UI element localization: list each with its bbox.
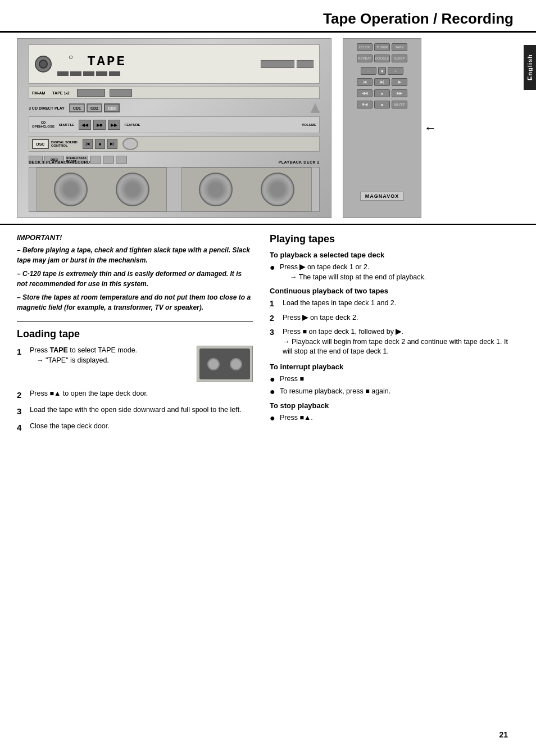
english-tab: English [524, 45, 536, 90]
right-column: Playing tapes To playback a selected tap… [270, 233, 519, 438]
arrow-indicator: ← [424, 38, 437, 218]
continuous-note: Playback will begin from tape deck 2 and… [283, 337, 519, 357]
continuous-step-1: 1 Load the tapes in tape deck 1 and 2. [270, 298, 519, 310]
deck-labels: DECK 1 PLAYBACK•RECORD PLAYBACK DECK 2 [29, 160, 320, 164]
loading-tape-heading: Loading tape [17, 328, 253, 340]
divider-1 [17, 321, 253, 322]
stop-playback-list: ● Press ■▲. [270, 413, 519, 423]
device-tape-label: ○ TAPE [69, 52, 126, 70]
remote-row-2: REPEAT DOUBLE SLEEP [357, 55, 407, 62]
interrupt-item-1: ● Press ■ [270, 374, 519, 384]
remote-brand: MAGNAVOX [360, 192, 404, 201]
remote-row-3: − ■ + [361, 67, 403, 75]
playback-selected-heading: To playback a selected tape deck [270, 251, 519, 259]
page-header: Tape Operation / Recording [0, 0, 536, 33]
device-display: ○ TAPE [29, 44, 320, 84]
device-illustration: ○ TAPE FM-A [17, 38, 331, 218]
tab-label: English [526, 55, 533, 81]
content-area: IMPORTANT! – Before playing a tape, chec… [0, 225, 536, 446]
page-title: Tape Operation / Recording [323, 10, 514, 28]
interrupt-playback-list: ● Press ■ ● To resume playback, press ■ … [270, 374, 519, 397]
important-item-3: – Store the tapes at room temperature an… [17, 292, 253, 313]
remote-illustration: CD 100 TUNER TAPE REPEAT DOUBLE SLEEP − … [343, 38, 421, 218]
stop-playback-heading: To stop playback [270, 401, 519, 410]
playing-tapes-heading: Playing tapes [270, 233, 519, 245]
loading-step-2: 2 Press ■▲ to open the tape deck door. [17, 389, 253, 401]
interrupt-playback-heading: To interrupt playback [270, 363, 519, 371]
important-title: IMPORTANT! [17, 233, 253, 242]
tape-reel-3 [199, 173, 233, 206]
remote-row-6: ■◀ ■ MUTE [357, 101, 407, 108]
important-text: – Before playing a tape, check and tight… [17, 245, 253, 313]
loading-step-3: 3 Load the tape with the open side downw… [17, 405, 253, 417]
tape-reel-4 [261, 173, 294, 206]
continuous-step-3: 3 Press ■ on tape deck 1, followed by ▶.… [270, 327, 519, 357]
tape-reel-2 [116, 173, 149, 206]
continuous-playback-list: 1 Load the tapes in tape deck 1 and 2. 2… [270, 298, 519, 357]
continuous-playback-heading: Continuous playback of two tapes [270, 287, 519, 295]
important-item-2: – C-120 tape is extremely thin and is ea… [17, 269, 253, 289]
important-section: IMPORTANT! – Before playing a tape, chec… [17, 233, 253, 313]
playback-selected-list: ● Press ▶ on tape deck 1 or 2. The tape … [270, 262, 519, 282]
left-column: IMPORTANT! – Before playing a tape, chec… [17, 233, 253, 438]
important-item-1: – Before playing a tape, check and tight… [17, 245, 253, 265]
tape-image [197, 346, 253, 382]
remote-row-5: ◀◀ ■ ▶▶ [357, 89, 407, 97]
continuous-step-2: 2 Press ▶ on tape deck 2. [270, 313, 519, 324]
remote-row-4: |◀ ▶| ▶ [357, 78, 407, 86]
tape-reel-1 [54, 173, 88, 206]
deck2-label: PLAYBACK DECK 2 [279, 160, 320, 164]
deck1-label: DECK 1 PLAYBACK•RECORD [29, 160, 90, 164]
tape-deck-area [29, 167, 320, 212]
loading-tape-list: 1 Press TAPE to select TAPE mode. "TAPE"… [17, 346, 253, 433]
loading-step-4: 4 Close the tape deck door. [17, 422, 253, 433]
remote-row-1: CD 100 TUNER TAPE [357, 43, 407, 51]
loading-step-1: 1 Press TAPE to select TAPE mode. "TAPE"… [17, 346, 253, 384]
playback-note-1: The tape will stop at the end of playbac… [280, 273, 426, 283]
stop-item-1: ● Press ■▲. [270, 413, 519, 423]
loading-tape-section: Loading tape 1 Press TAPE to select TA [17, 328, 253, 433]
interrupt-item-2: ● To resume playback, press ■ again. [270, 387, 519, 397]
playback-selected-item-1: ● Press ▶ on tape deck 1 or 2. The tape … [270, 262, 519, 282]
page-number: 21 [499, 730, 508, 739]
device-image-area: ○ TAPE FM-A [0, 33, 536, 225]
